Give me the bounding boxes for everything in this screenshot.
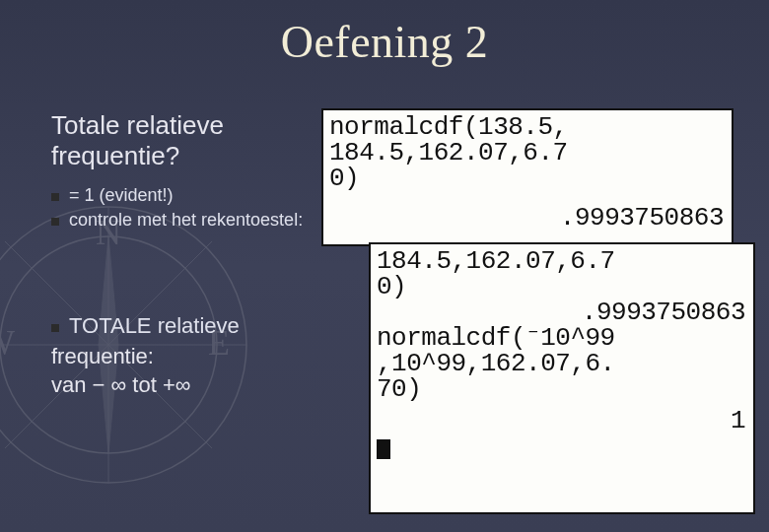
svg-text:W: W — [0, 323, 15, 363]
calc-line: 184.5,162.07,6.7 — [377, 248, 747, 274]
calc-line: 0) — [377, 274, 747, 299]
bullet-text: = 1 (evident!) — [69, 185, 174, 206]
calc-line: normalcdf(138.5, — [329, 114, 726, 140]
square-bullet-icon — [51, 218, 59, 226]
slide: N E W S Oefening 2 Totale relatieve freq… — [0, 0, 769, 532]
calc-result: .9993750863 — [377, 299, 747, 325]
svg-text:S: S — [0, 421, 3, 448]
square-bullet-icon — [51, 193, 59, 201]
square-bullet-icon — [51, 324, 59, 332]
totale-line2: frequentie: — [51, 343, 308, 371]
calc-line: 0) — [329, 166, 726, 191]
calc-result: 1 — [377, 408, 747, 433]
totale-line3: van − ∞ tot +∞ — [51, 371, 308, 400]
calc-line: 184.5,162.07,6.7 — [329, 140, 726, 166]
calc-result: .9993750863 — [329, 205, 726, 231]
calculator-screen-2: 184.5,162.07,6.7 0) .9993750863 normalcd… — [369, 242, 755, 514]
bullet-list: = 1 (evident!) controle met het rekentoe… — [51, 185, 308, 231]
totale-block: TOTALE relatieve frequentie: van − ∞ tot… — [51, 313, 308, 399]
calc-line: normalcdf(⁻10^99 — [377, 325, 747, 351]
cursor-icon — [377, 439, 390, 459]
question-text: Totale relatieve frequentie? — [51, 110, 308, 171]
bullet-item: = 1 (evident!) — [51, 185, 308, 206]
calc-line: 70) — [377, 376, 747, 402]
calculator-screen-1: normalcdf(138.5, 184.5,162.07,6.7 0) .99… — [321, 108, 734, 246]
calc-line: ,10^99,162.07,6. — [377, 351, 747, 376]
bullet-item: controle met het rekentoestel: — [51, 210, 308, 231]
left-column: Totale relatieve frequentie? = 1 (eviden… — [51, 110, 308, 400]
bullet-text: controle met het rekentoestel: — [69, 210, 303, 231]
bullet-item: TOTALE relatieve — [51, 313, 308, 339]
slide-title: Oefening 2 — [0, 16, 769, 68]
totale-line1: TOTALE relatieve — [69, 313, 240, 339]
